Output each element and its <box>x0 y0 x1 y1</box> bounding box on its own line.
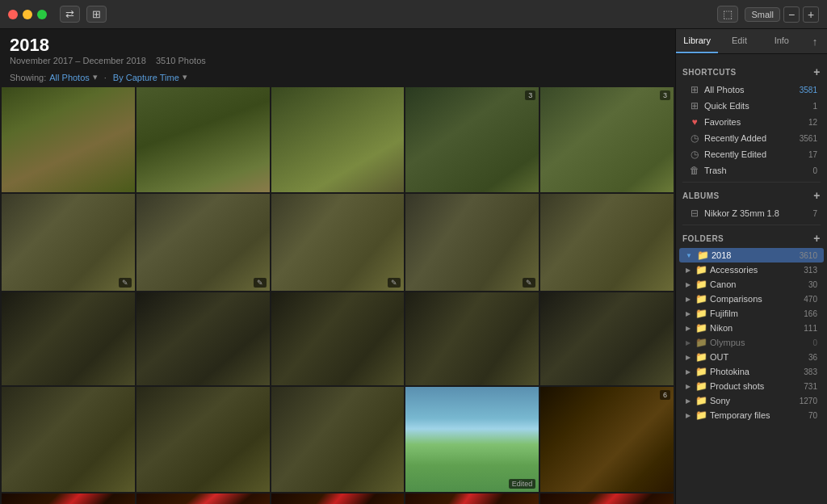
sidebar-item-recently-edited[interactable]: ◷ Recently Edited 17 <box>679 146 824 162</box>
folder-icon: 📁 <box>695 264 707 275</box>
photo-cell[interactable]: ✎ <box>136 194 270 291</box>
folder-olympus-label: Olympus <box>710 338 809 347</box>
photo-cell[interactable] <box>540 494 674 504</box>
folder-comparisons[interactable]: ▶ 📁 Comparisons 470 <box>679 292 824 306</box>
export-button[interactable]: ↑ <box>803 29 827 53</box>
sidebar-item-all-photos[interactable]: ⊞ All Photos 3581 <box>679 82 824 98</box>
tab-library[interactable]: Library <box>676 29 718 53</box>
folder-fujifilm-label: Fujifilm <box>710 309 800 318</box>
quick-edits-label: Quick Edits <box>704 101 808 111</box>
sidebar-item-quick-edits[interactable]: ⊞ Quick Edits 1 <box>679 98 824 114</box>
photo-cell[interactable] <box>540 292 674 385</box>
folder-out[interactable]: ▶ 📁 OUT 36 <box>679 350 824 364</box>
sidebar-item-nikkor[interactable]: ⊟ Nikkor Z 35mm 1.8 7 <box>679 205 824 221</box>
maximize-button[interactable] <box>37 10 47 19</box>
photo-cell[interactable] <box>271 494 405 504</box>
photo-cell[interactable] <box>271 292 405 385</box>
size-dropdown[interactable]: Small <box>745 7 780 22</box>
photo-cell[interactable] <box>405 494 539 504</box>
photo-cell[interactable]: ✎ <box>405 194 539 291</box>
folders-add-button[interactable]: + <box>813 232 821 245</box>
tab-info[interactable]: Info <box>761 29 803 53</box>
folder-sony[interactable]: ▶ 📁 Sony 1270 <box>679 393 824 408</box>
main-area: 2018 November 2017 – December 2018 3510 … <box>0 29 827 504</box>
minimize-button[interactable] <box>23 10 32 19</box>
all-photos-icon: ⊞ <box>689 84 700 95</box>
folder-accessories[interactable]: ▶ 📁 Accessories 313 <box>679 262 824 277</box>
folder-icon: 📁 <box>695 337 707 348</box>
photo-cell[interactable] <box>540 194 674 291</box>
sidebar-item-trash[interactable]: 🗑 Trash 0 <box>679 162 824 178</box>
recently-added-label: Recently Added <box>704 133 796 143</box>
sidebar-item-favorites[interactable]: ♥ Favorites 12 <box>679 114 824 130</box>
folder-product-shots[interactable]: ▶ 📁 Product shots 731 <box>679 379 824 393</box>
folder-canon-label: Canon <box>710 279 805 289</box>
photo-cell[interactable]: 3 <box>405 87 539 192</box>
size-control: Small − + <box>745 6 819 23</box>
nikkor-label: Nikkor Z 35mm 1.8 <box>704 208 808 218</box>
filter-value[interactable]: All Photos <box>49 73 90 82</box>
photo-subtitle: November 2017 – December 2018 3510 Photo… <box>10 56 665 65</box>
folder-temporary[interactable]: ▶ 📁 Temporary files 70 <box>679 408 824 422</box>
photo-cell[interactable] <box>136 87 270 192</box>
grid-row <box>2 494 674 504</box>
sidebar-item-recently-added[interactable]: ◷ Recently Added 3561 <box>679 130 824 146</box>
shortcuts-add-button[interactable]: + <box>813 65 821 78</box>
photo-cell[interactable] <box>2 494 135 504</box>
trash-count: 0 <box>812 166 817 175</box>
albums-add-button[interactable]: + <box>813 189 821 202</box>
photo-cell[interactable] <box>136 292 270 385</box>
grid-view-tool[interactable]: ⊞ <box>86 6 107 23</box>
recently-edited-label: Recently Edited <box>704 149 804 159</box>
folder-fujifilm-count: 166 <box>804 309 817 318</box>
tab-edit[interactable]: Edit <box>718 29 760 53</box>
folder-olympus-count: 0 <box>812 338 817 347</box>
folder-temporary-label: Temporary files <box>710 410 805 420</box>
photo-cell[interactable]: 3 <box>540 87 674 192</box>
grid-row: Edited 6 <box>2 387 674 492</box>
photo-cell[interactable] <box>2 87 135 192</box>
folders-section-header: Folders + <box>676 229 827 248</box>
divider-1 <box>682 182 821 183</box>
recently-added-icon: ◷ <box>689 132 700 144</box>
shortcuts-label: Shortcuts <box>682 68 737 77</box>
edited-badge: Edited <box>509 479 536 489</box>
close-button[interactable] <box>8 10 18 19</box>
folder-olympus[interactable]: ▶ 📁 Olympus 0 <box>679 335 824 350</box>
folder-icon: 📁 <box>695 293 707 304</box>
shortcuts-section-header: Shortcuts + <box>676 62 827 82</box>
showing-label: Showing: <box>10 73 46 82</box>
folder-photokina[interactable]: ▶ 📁 Photokina 383 <box>679 364 824 379</box>
expand-icon: ▼ <box>686 252 692 259</box>
folder-sony-count: 1270 <box>800 397 817 405</box>
photo-cell[interactable] <box>2 387 135 492</box>
favorites-count: 12 <box>808 118 817 127</box>
photo-cell[interactable] <box>271 87 405 192</box>
folder-nikon[interactable]: ▶ 📁 Nikon 111 <box>679 321 824 335</box>
photo-cell[interactable]: ✎ <box>271 194 405 291</box>
photo-cell[interactable] <box>2 292 135 385</box>
photo-cell[interactable]: Edited <box>405 387 539 492</box>
collapse-icon: ▶ <box>686 267 691 274</box>
folder-fujifilm[interactable]: ▶ 📁 Fujifilm 166 <box>679 306 824 321</box>
all-photos-count: 3581 <box>800 86 817 94</box>
photo-badge: 3 <box>660 90 670 100</box>
photo-cell[interactable] <box>136 387 270 492</box>
folder-2018[interactable]: ▼ 📁 2018 3610 <box>679 248 824 262</box>
rotate-tool[interactable]: ⇄ <box>60 6 80 23</box>
photo-cell[interactable] <box>136 494 270 504</box>
folder-canon[interactable]: ▶ 📁 Canon 30 <box>679 277 824 292</box>
photo-cell[interactable] <box>405 292 539 385</box>
size-decrease-button[interactable]: − <box>783 6 800 23</box>
photo-badge: 3 <box>525 90 535 100</box>
sort-value[interactable]: By Capture Time <box>113 73 179 82</box>
photo-cell[interactable]: ✎ <box>2 194 135 291</box>
photo-cell[interactable] <box>271 387 405 492</box>
photo-cell[interactable]: 6 <box>540 387 674 492</box>
date-range: November 2017 – December 2018 <box>10 56 146 65</box>
quick-edits-count: 1 <box>812 102 817 111</box>
aspect-ratio-tool[interactable]: ⬚ <box>717 6 738 23</box>
collapse-icon: ▶ <box>686 339 691 346</box>
folder-icon: 📁 <box>695 410 707 421</box>
size-increase-button[interactable]: + <box>803 6 819 23</box>
